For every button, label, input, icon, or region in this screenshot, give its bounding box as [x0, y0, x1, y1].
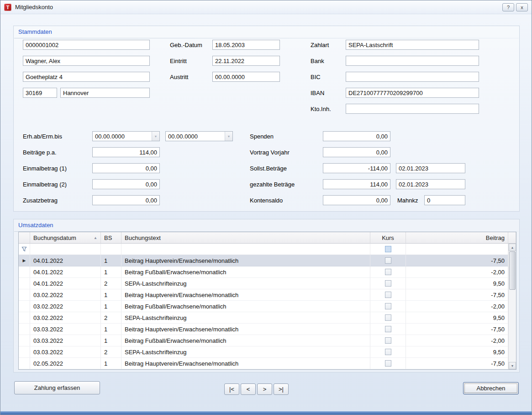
cell-buchungsdatum: 03.02.2022 [30, 301, 101, 312]
chevron-down-icon[interactable]: ▼ [225, 132, 232, 141]
cell-beitrag: -7,50 [406, 255, 508, 266]
header-buchungsdatum[interactable]: Buchungsdatum ▲ [30, 232, 101, 244]
member-id-field[interactable]: 0000001002 [23, 40, 150, 50]
cell-bs: 1 [101, 301, 121, 312]
filter-funnel-icon [21, 246, 27, 252]
nav-prev-button[interactable]: < [241, 383, 256, 395]
bic-label: BIC [311, 74, 321, 80]
nav-last-button[interactable]: >| [274, 383, 289, 395]
table-row[interactable]: 02.05.2022 1 Beitrag Hauptverein/Erwachs… [19, 358, 516, 369]
cell-buchungstext: Beitrag Fußball/Erwachsene/monatlich [121, 335, 370, 346]
scroll-down-icon[interactable]: ▼ [509, 362, 516, 369]
kurs-checkbox[interactable] [385, 257, 391, 264]
filter-beitrag-cell[interactable] [406, 244, 508, 255]
street-field[interactable]: Goetheplatz 4 [23, 72, 150, 82]
app-icon: T [4, 4, 11, 11]
erm-bis-combo[interactable]: 00.00.0000 ▼ [165, 131, 233, 141]
kurs-checkbox[interactable] [385, 292, 391, 298]
kurs-checkbox[interactable] [385, 326, 391, 332]
group-separator [14, 38, 519, 38]
chevron-down-icon[interactable]: ▼ [152, 132, 159, 141]
zahlart-label: Zahlart [311, 42, 329, 48]
table-row[interactable]: 03.03.2022 2 SEPA-Lastschrifteinzug 9,50 [19, 346, 516, 358]
member-name-field[interactable]: Wagner, Alex [23, 56, 150, 66]
kurs-checkbox[interactable] [385, 314, 391, 321]
bank-field[interactable] [346, 56, 479, 66]
kurs-checkbox[interactable] [385, 360, 391, 367]
eintritt-field[interactable]: 22.11.2022 [212, 56, 280, 66]
scroll-thumb[interactable] [509, 251, 516, 290]
vertical-scrollbar[interactable]: ▲ ▼ [508, 244, 516, 369]
kto-inh-field[interactable] [346, 104, 479, 114]
cell-buchungsdatum: 03.03.2022 [30, 335, 101, 346]
table-row[interactable]: 03.02.2022 2 SEPA-Lastschrifteinzug 9,50 [19, 312, 516, 324]
sollst-betraege-field[interactable]: -114,00 [323, 163, 390, 173]
window-bottom-strip [0, 411, 532, 415]
cell-buchungstext: Beitrag Fußball/Erwachsene/monatlich [121, 301, 370, 312]
cell-beitrag: -7,50 [406, 324, 508, 335]
header-buchungstext-label: Buchungstext [125, 234, 161, 241]
cell-kurs [370, 312, 406, 324]
row-indicator-cell [19, 301, 30, 312]
kontensaldo-field[interactable]: 0,00 [323, 195, 390, 205]
cell-buchungsdatum: 04.01.2022 [30, 255, 101, 266]
nav-next-button[interactable]: > [257, 383, 272, 395]
kurs-checkbox[interactable] [385, 337, 391, 344]
table-row[interactable]: 04.01.2022 2 SEPA-Lastschrifteinzug 9,50 [19, 278, 516, 289]
gezahlte-betraege-field[interactable]: 114,00 [323, 179, 390, 189]
bic-field[interactable] [346, 72, 479, 82]
mahnkz-field[interactable]: 0 [424, 195, 465, 205]
cell-buchungsdatum: 03.03.2022 [30, 346, 101, 358]
table-row[interactable]: 03.03.2022 1 Beitrag Fußball/Erwachsene/… [19, 335, 516, 346]
iban-field[interactable]: DE27100777770209299700 [346, 88, 479, 98]
zahlung-erfassen-button[interactable]: Zahlung erfassen [14, 381, 100, 394]
nav-first-button[interactable]: |< [224, 383, 239, 395]
zusatzbetrag-field[interactable]: 0,00 [92, 195, 160, 205]
abbrechen-button[interactable]: Abbrechen [463, 382, 519, 394]
city-field[interactable]: Hannover [60, 88, 150, 98]
kurs-checkbox[interactable] [385, 303, 391, 309]
filter-bs-cell[interactable] [101, 244, 121, 255]
app-icon-glyph: T [6, 5, 10, 10]
zip-field[interactable]: 30169 [23, 88, 57, 98]
einmalbetrag1-field[interactable]: 0,00 [92, 163, 160, 173]
gezahlt-datum-field[interactable]: 02.01.2023 [396, 179, 465, 189]
einmalbetrag2-field[interactable]: 0,00 [92, 179, 160, 189]
zahlart-field[interactable]: SEPA-Lastschrift [346, 40, 479, 50]
table-row[interactable]: 03.02.2022 1 Beitrag Fußball/Erwachsene/… [19, 301, 516, 312]
kurs-checkbox[interactable] [385, 269, 391, 275]
scroll-up-icon[interactable]: ▲ [509, 244, 516, 251]
kurs-checkbox[interactable] [385, 280, 391, 287]
header-buchungstext[interactable]: Buchungstext [121, 232, 370, 244]
erh-ab-combo[interactable]: 00.00.0000 ▼ [92, 131, 160, 141]
filter-buchungstext-cell[interactable] [121, 244, 370, 255]
filter-row[interactable] [19, 244, 516, 255]
table-row[interactable]: 04.01.2022 1 Beitrag Fußball/Erwachsene/… [19, 266, 516, 278]
table-row[interactable]: 03.02.2022 1 Beitrag Hauptverein/Erwachs… [19, 289, 516, 301]
close-button[interactable]: x [516, 3, 528, 11]
header-kurs[interactable]: Kurs [370, 232, 406, 244]
kurs-checkbox[interactable] [385, 349, 391, 355]
cell-beitrag: -2,00 [406, 335, 508, 346]
cell-beitrag: 9,50 [406, 346, 508, 358]
cell-buchungsdatum: 03.02.2022 [30, 289, 101, 301]
kurs-filter-checkbox[interactable] [385, 246, 391, 252]
filter-buchungsdatum-cell[interactable] [30, 244, 101, 255]
table-row[interactable]: ▶ 04.01.2022 1 Beitrag Hauptverein/Erwac… [19, 255, 516, 266]
zusatzbetrag-label: Zusatzbetrag [23, 197, 58, 204]
header-beitrag[interactable]: Beitrag [406, 232, 508, 244]
header-bs[interactable]: BS [101, 232, 121, 244]
beitraege-pa-field[interactable]: 114,00 [92, 147, 160, 157]
filter-kurs-cell[interactable] [370, 244, 406, 255]
table-row[interactable]: 03.03.2022 1 Beitrag Hauptverein/Erwachs… [19, 324, 516, 335]
spenden-field[interactable]: 0,00 [323, 131, 390, 141]
geb-datum-field[interactable]: 18.05.2003 [212, 40, 280, 50]
window-title: Mitgliedskonto [15, 4, 53, 11]
cell-buchungstext: Beitrag Hauptverein/Erwachsene/monatlich [121, 358, 370, 369]
austritt-field[interactable]: 00.00.0000 [212, 72, 280, 82]
cell-bs: 1 [101, 324, 121, 335]
sollst-datum-field[interactable]: 02.01.2023 [396, 163, 465, 173]
vortrag-vorjahr-field[interactable]: 0,00 [323, 147, 390, 157]
row-indicator-cell [19, 346, 30, 358]
help-button[interactable]: ? [502, 3, 514, 11]
